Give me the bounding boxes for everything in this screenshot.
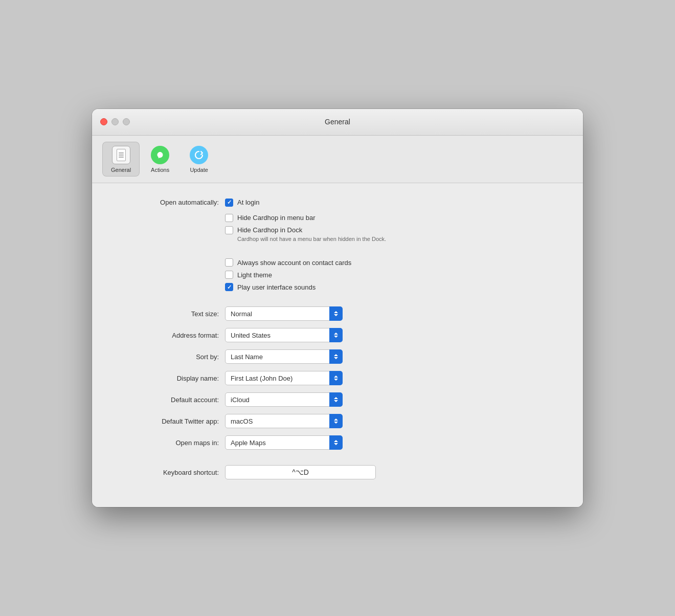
text-size-select[interactable]: Normal	[225, 306, 343, 321]
default-twitter-select-wrapper: macOS	[225, 414, 343, 428]
open-maps-select[interactable]: Apple Maps	[225, 435, 343, 450]
play-sounds-item[interactable]: Play user interface sounds	[225, 283, 351, 291]
play-sounds-checkbox[interactable]	[225, 283, 233, 291]
address-format-row: Address format: United States	[112, 328, 562, 342]
default-twitter-label: Default Twitter app:	[112, 417, 225, 425]
close-button[interactable]	[100, 118, 107, 125]
tab-actions-label: Actions	[151, 167, 169, 173]
always-show-account-checkbox[interactable]	[225, 258, 233, 267]
hide-menubar-label: Hide Cardhop in menu bar	[237, 214, 315, 222]
hide-menubar-checkbox[interactable]	[225, 214, 233, 222]
main-window: General General	[92, 109, 583, 507]
display-name-select-wrapper: First Last (John Doe)	[225, 371, 343, 385]
display-name-row: Display name: First Last (John Doe)	[112, 371, 562, 385]
general-icon	[111, 145, 131, 165]
display-name-select[interactable]: First Last (John Doe)	[225, 371, 343, 385]
hide-options-group: Hide Cardhop in menu bar Hide Cardhop in…	[225, 214, 386, 243]
light-theme-checkbox[interactable]	[225, 271, 233, 279]
hide-options-row: Hide Cardhop in menu bar Hide Cardhop in…	[112, 214, 562, 243]
hide-dock-label: Hide Cardhop in Dock	[237, 226, 302, 234]
extra-options-group: Always show account on contact cards Lig…	[225, 258, 351, 291]
address-format-label: Address format:	[112, 332, 225, 339]
actions-icon	[150, 145, 170, 165]
open-maps-label: Open maps in:	[112, 439, 225, 447]
hide-dock-item[interactable]: Hide Cardhop in Dock	[225, 226, 386, 234]
text-size-select-wrapper: Normal	[225, 306, 343, 321]
window-title: General	[325, 118, 350, 126]
at-login-group: At login	[225, 199, 259, 207]
tab-update-label: Update	[190, 167, 208, 173]
sort-by-label: Sort by:	[112, 353, 225, 361]
tab-general-label: General	[111, 167, 131, 173]
open-maps-select-wrapper: Apple Maps	[225, 435, 343, 450]
default-account-select-wrapper: iCloud	[225, 392, 343, 407]
hide-dock-wrapper: Hide Cardhop in Dock Cardhop will not ha…	[225, 226, 386, 243]
at-login-checkbox[interactable]	[225, 199, 233, 207]
text-size-label: Text size:	[112, 310, 225, 318]
at-login-label: At login	[237, 199, 259, 206]
address-format-select[interactable]: United States	[225, 328, 343, 342]
hide-dock-hint: Cardhop will not have a menu bar when hi…	[237, 235, 386, 243]
titlebar: General	[92, 109, 583, 136]
toolbar: General Actions	[92, 136, 583, 183]
sort-by-row: Sort by: Last Name	[112, 349, 562, 364]
address-format-select-wrapper: United States	[225, 328, 343, 342]
text-size-row: Text size: Normal	[112, 306, 562, 321]
always-show-account-item[interactable]: Always show account on contact cards	[225, 258, 351, 267]
display-name-label: Display name:	[112, 375, 225, 382]
hide-menubar-item[interactable]: Hide Cardhop in menu bar	[225, 214, 386, 222]
default-account-label: Default account:	[112, 396, 225, 404]
keyboard-shortcut-field[interactable]: ^⌥D	[225, 465, 376, 479]
open-maps-row: Open maps in: Apple Maps	[112, 435, 562, 450]
maximize-button[interactable]	[123, 118, 130, 125]
light-theme-label: Light theme	[237, 271, 272, 279]
minimize-button[interactable]	[111, 118, 119, 125]
light-theme-item[interactable]: Light theme	[225, 271, 351, 279]
sort-by-select[interactable]: Last Name	[225, 349, 343, 364]
keyboard-shortcut-label: Keyboard shortcut:	[112, 469, 225, 476]
open-automatically-row: Open automatically: At login	[112, 199, 562, 207]
window-controls	[100, 118, 130, 125]
tab-general[interactable]: General	[102, 142, 140, 177]
tab-actions[interactable]: Actions	[142, 142, 178, 177]
sort-by-select-wrapper: Last Name	[225, 349, 343, 364]
default-account-select[interactable]: iCloud	[225, 392, 343, 407]
keyboard-shortcut-row: Keyboard shortcut: ^⌥D	[112, 465, 562, 479]
hide-dock-checkbox[interactable]	[225, 226, 233, 234]
play-sounds-label: Play user interface sounds	[237, 283, 316, 291]
open-automatically-label: Open automatically:	[112, 199, 225, 206]
default-twitter-row: Default Twitter app: macOS	[112, 414, 562, 428]
default-account-row: Default account: iCloud	[112, 392, 562, 407]
update-icon	[189, 145, 209, 165]
settings-content: Open automatically: At login Hide Cardho…	[92, 183, 583, 507]
default-twitter-select[interactable]: macOS	[225, 414, 343, 428]
always-show-account-label: Always show account on contact cards	[237, 259, 351, 267]
tab-update[interactable]: Update	[181, 142, 217, 177]
extra-options-row: Always show account on contact cards Lig…	[112, 258, 562, 291]
